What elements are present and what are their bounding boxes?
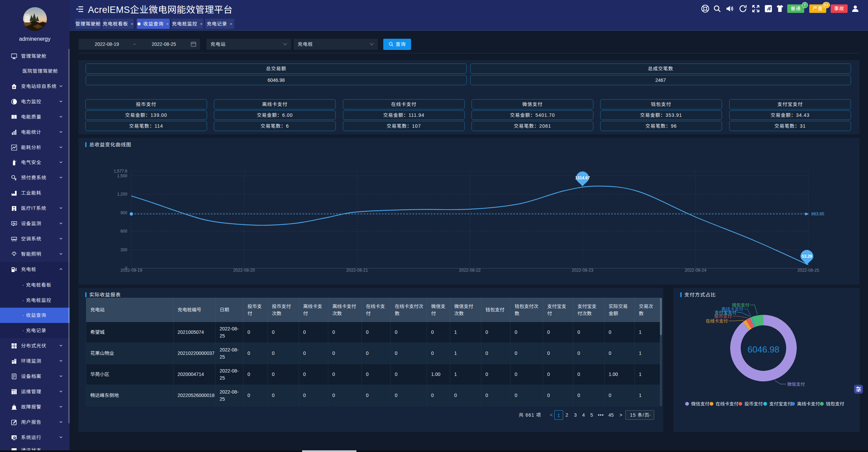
svg-text:1,200: 1,200: [117, 192, 127, 197]
svg-text:6046.98: 6046.98: [747, 344, 779, 355]
svg-text:2022-08-22: 2022-08-22: [459, 268, 481, 273]
svg-text:微信支付: 微信支付: [787, 382, 805, 387]
svg-text:投币支付: 投币支付: [714, 314, 732, 319]
svg-text:在线卡支付: 在线卡支付: [706, 319, 728, 324]
svg-text:1,500: 1,500: [117, 174, 127, 178]
svg-text:2022-08-19: 2022-08-19: [121, 268, 142, 273]
svg-text:$: $: [14, 86, 15, 88]
svg-text:2022-08-21: 2022-08-21: [346, 268, 368, 273]
svg-text:钱包支付: 钱包支付: [826, 401, 844, 406]
svg-text:在线卡支付: 在线卡支付: [716, 401, 739, 406]
svg-text:900: 900: [121, 211, 127, 215]
svg-text:863.85: 863.85: [811, 212, 824, 216]
svg-text:600: 600: [121, 229, 127, 234]
svg-text:1,577.6: 1,577.6: [114, 169, 127, 174]
svg-text:1314.67: 1314.67: [575, 176, 590, 180]
svg-text:投币支付: 投币支付: [744, 401, 763, 406]
svg-text:300: 300: [121, 248, 127, 252]
svg-text:2022-08-24: 2022-08-24: [685, 268, 706, 273]
svg-text:2022-08-23: 2022-08-23: [572, 268, 593, 273]
svg-text:2022-08-25: 2022-08-25: [797, 268, 819, 273]
svg-text:微信支付: 微信支付: [691, 401, 709, 406]
svg-text:离线卡支付: 离线卡支付: [797, 401, 820, 406]
svg-text:53.29: 53.29: [802, 254, 812, 259]
svg-text:支付宝支付: 支付宝支付: [769, 401, 792, 406]
svg-text:2022-08-20: 2022-08-20: [233, 268, 255, 273]
